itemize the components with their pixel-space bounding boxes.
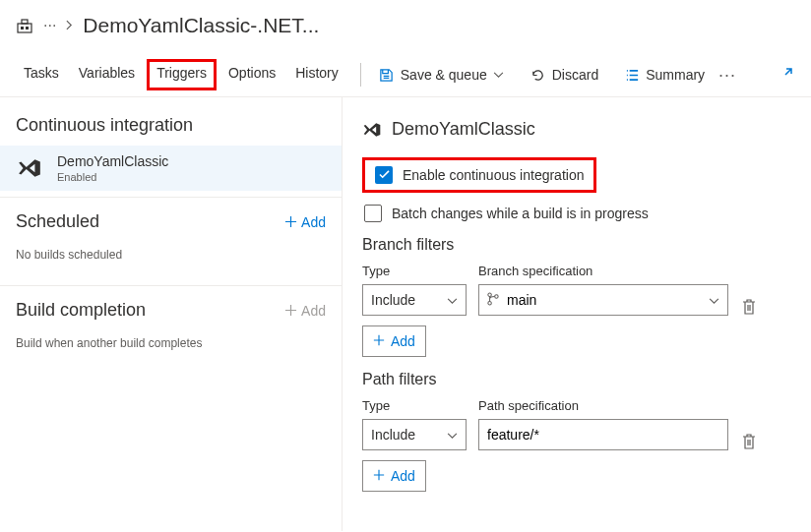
- scheduled-note: No builds scheduled: [0, 242, 342, 279]
- svg-point-6: [495, 294, 498, 297]
- path-spec-label: Path specification: [478, 398, 728, 413]
- branch-add-button[interactable]: Add: [362, 325, 426, 357]
- summary-button[interactable]: Summary: [620, 65, 709, 85]
- list-icon: [624, 67, 640, 83]
- tab-variables[interactable]: Variables: [71, 59, 143, 90]
- tab-history[interactable]: History: [287, 59, 346, 90]
- plus-icon: [283, 304, 297, 318]
- branch-delete-button[interactable]: [740, 298, 758, 316]
- buildcomp-note: Build when another build completes: [0, 330, 342, 368]
- path-type-label: Type: [362, 398, 467, 413]
- chevron-down-icon: [709, 292, 719, 308]
- fullscreen-button[interactable]: [776, 65, 795, 85]
- branch-type-value: Include: [371, 292, 415, 308]
- enable-ci-checkbox[interactable]: [375, 166, 393, 184]
- ci-repo-name: DemoYamlClassic: [57, 153, 168, 169]
- undo-icon: [530, 67, 546, 83]
- branch-spec-label: Branch specification: [478, 264, 728, 278]
- ci-section-title: Continuous integration: [16, 115, 193, 136]
- scheduled-section-title: Scheduled: [16, 211, 99, 232]
- branch-spec-input[interactable]: [507, 292, 701, 308]
- vs-icon: [362, 120, 382, 140]
- tab-triggers[interactable]: Triggers: [147, 59, 217, 90]
- buildcomp-section-title: Build completion: [16, 300, 146, 321]
- branch-type-select[interactable]: Include: [362, 284, 467, 316]
- chevron-down-icon: [447, 292, 458, 308]
- summary-label: Summary: [646, 67, 705, 83]
- buildcomp-add-button[interactable]: Add: [283, 303, 326, 319]
- right-pane-title: DemoYamlClassic: [392, 119, 535, 140]
- page-title[interactable]: DemoYamlClassic-.NET...: [83, 14, 319, 37]
- svg-rect-1: [22, 20, 28, 24]
- check-icon: [379, 168, 390, 182]
- svg-point-5: [488, 301, 491, 304]
- branch-add-label: Add: [391, 333, 415, 349]
- enable-ci-row: Enable continuous integration: [362, 157, 596, 193]
- branch-filters-title: Branch filters: [362, 236, 797, 254]
- svg-rect-0: [18, 24, 31, 32]
- path-filters-title: Path filters: [362, 371, 797, 388]
- buildcomp-add-label: Add: [301, 303, 326, 319]
- svg-rect-2: [21, 27, 24, 30]
- path-spec-input[interactable]: [478, 419, 728, 450]
- chevron-down-icon: [493, 69, 505, 81]
- branch-type-label: Type: [362, 264, 467, 278]
- batch-checkbox[interactable]: [364, 205, 382, 222]
- discard-button[interactable]: Discard: [527, 65, 602, 85]
- tab-tasks[interactable]: Tasks: [16, 59, 67, 90]
- vs-icon: [16, 154, 43, 182]
- save-queue-label: Save & queue: [401, 67, 487, 83]
- plus-icon: [373, 468, 385, 484]
- breadcrumb-ellipsis[interactable]: ···: [43, 17, 56, 34]
- app-icon: [16, 17, 33, 34]
- discard-label: Discard: [552, 67, 598, 83]
- ci-repo-status: Enabled: [57, 171, 168, 183]
- scheduled-add-label: Add: [301, 214, 326, 230]
- path-add-label: Add: [391, 468, 415, 484]
- plus-icon: [283, 215, 297, 229]
- path-type-value: Include: [371, 427, 415, 443]
- enable-ci-label: Enable continuous integration: [403, 167, 584, 183]
- tab-options[interactable]: Options: [220, 59, 283, 90]
- branch-icon: [487, 292, 499, 309]
- path-type-select[interactable]: Include: [362, 419, 467, 450]
- more-button[interactable]: ···: [713, 65, 742, 86]
- branch-spec-combo[interactable]: [478, 284, 728, 316]
- chevron-right-icon: [66, 19, 73, 33]
- path-add-button[interactable]: Add: [362, 460, 426, 492]
- svg-rect-3: [26, 27, 29, 30]
- divider: [360, 63, 361, 87]
- save-icon: [379, 67, 395, 83]
- path-delete-button[interactable]: [740, 433, 758, 450]
- ci-repo-item[interactable]: DemoYamlClassic Enabled: [0, 146, 342, 191]
- batch-label: Batch changes while a build is in progre…: [392, 206, 649, 221]
- svg-point-4: [488, 293, 491, 296]
- scheduled-add-button[interactable]: Add: [283, 214, 326, 230]
- plus-icon: [373, 333, 385, 349]
- save-queue-button[interactable]: Save & queue: [375, 65, 509, 85]
- chevron-down-icon: [447, 427, 458, 443]
